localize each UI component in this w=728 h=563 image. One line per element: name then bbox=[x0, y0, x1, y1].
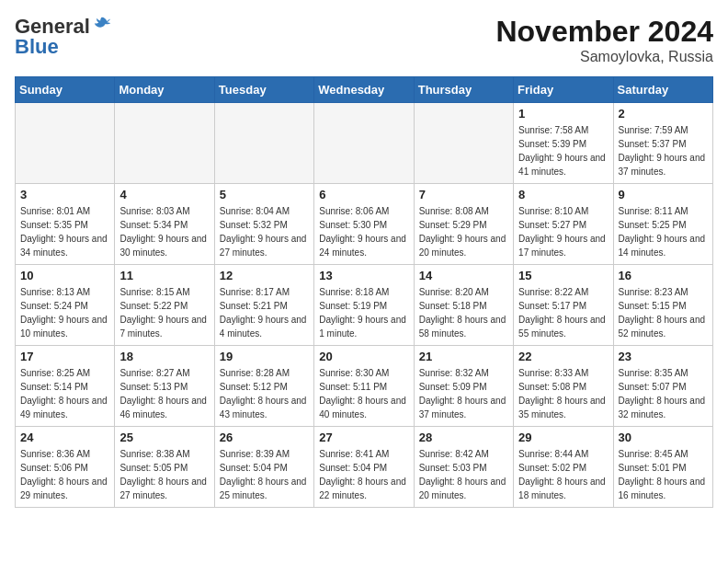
calendar-cell: 7Sunrise: 8:08 AMSunset: 5:29 PMDaylight… bbox=[414, 184, 513, 265]
calendar-cell: 1Sunrise: 7:58 AMSunset: 5:39 PMDaylight… bbox=[514, 103, 613, 184]
day-detail: Sunrise: 7:58 AMSunset: 5:39 PMDaylight:… bbox=[518, 123, 608, 178]
bird-icon bbox=[92, 15, 112, 35]
day-detail: Sunrise: 8:38 AMSunset: 5:05 PMDaylight:… bbox=[119, 447, 209, 502]
day-number: 28 bbox=[419, 431, 508, 444]
weekday-header: Monday bbox=[115, 77, 214, 103]
day-number: 15 bbox=[518, 269, 608, 282]
day-detail: Sunrise: 8:01 AMSunset: 5:35 PMDaylight:… bbox=[20, 204, 109, 259]
weekday-header: Saturday bbox=[613, 77, 712, 103]
calendar-cell bbox=[414, 103, 513, 184]
day-detail: Sunrise: 8:30 AMSunset: 5:11 PMDaylight:… bbox=[319, 366, 408, 421]
calendar-cell: 18Sunrise: 8:27 AMSunset: 5:13 PMDayligh… bbox=[115, 346, 214, 427]
day-detail: Sunrise: 8:25 AMSunset: 5:14 PMDaylight:… bbox=[20, 366, 109, 421]
calendar-cell: 14Sunrise: 8:20 AMSunset: 5:18 PMDayligh… bbox=[414, 265, 513, 346]
calendar-week-row: 17Sunrise: 8:25 AMSunset: 5:14 PMDayligh… bbox=[16, 346, 713, 427]
day-number: 17 bbox=[20, 350, 109, 363]
calendar-cell: 20Sunrise: 8:30 AMSunset: 5:11 PMDayligh… bbox=[314, 346, 414, 427]
calendar-cell: 2Sunrise: 7:59 AMSunset: 5:37 PMDaylight… bbox=[613, 103, 712, 184]
day-number: 14 bbox=[419, 269, 508, 282]
day-number: 5 bbox=[220, 188, 309, 201]
day-number: 21 bbox=[419, 350, 508, 363]
day-number: 6 bbox=[319, 188, 408, 201]
calendar-cell: 15Sunrise: 8:22 AMSunset: 5:17 PMDayligh… bbox=[514, 265, 613, 346]
calendar-cell: 17Sunrise: 8:25 AMSunset: 5:14 PMDayligh… bbox=[16, 346, 115, 427]
day-number: 7 bbox=[419, 188, 508, 201]
day-number: 20 bbox=[319, 350, 408, 363]
day-number: 12 bbox=[220, 269, 309, 282]
calendar-cell: 27Sunrise: 8:41 AMSunset: 5:04 PMDayligh… bbox=[314, 427, 414, 508]
calendar-cell: 23Sunrise: 8:35 AMSunset: 5:07 PMDayligh… bbox=[613, 346, 712, 427]
day-number: 11 bbox=[119, 269, 209, 282]
day-detail: Sunrise: 8:44 AMSunset: 5:02 PMDaylight:… bbox=[518, 447, 608, 502]
calendar-table: SundayMondayTuesdayWednesdayThursdayFrid… bbox=[15, 76, 713, 508]
day-number: 29 bbox=[518, 431, 608, 444]
calendar-cell: 19Sunrise: 8:28 AMSunset: 5:12 PMDayligh… bbox=[214, 346, 313, 427]
day-detail: Sunrise: 8:03 AMSunset: 5:34 PMDaylight:… bbox=[119, 204, 209, 259]
calendar-cell: 24Sunrise: 8:36 AMSunset: 5:06 PMDayligh… bbox=[16, 427, 115, 508]
day-number: 3 bbox=[20, 188, 109, 201]
day-detail: Sunrise: 8:20 AMSunset: 5:18 PMDaylight:… bbox=[419, 285, 508, 340]
calendar-cell bbox=[314, 103, 414, 184]
calendar-week-row: 3Sunrise: 8:01 AMSunset: 5:35 PMDaylight… bbox=[16, 184, 713, 265]
logo: General Blue bbox=[15, 15, 112, 59]
day-detail: Sunrise: 8:22 AMSunset: 5:17 PMDaylight:… bbox=[518, 285, 608, 340]
calendar-cell: 9Sunrise: 8:11 AMSunset: 5:25 PMDaylight… bbox=[613, 184, 712, 265]
calendar-cell: 21Sunrise: 8:32 AMSunset: 5:09 PMDayligh… bbox=[414, 346, 513, 427]
calendar-cell: 12Sunrise: 8:17 AMSunset: 5:21 PMDayligh… bbox=[214, 265, 313, 346]
calendar-cell: 13Sunrise: 8:18 AMSunset: 5:19 PMDayligh… bbox=[314, 265, 414, 346]
day-number: 26 bbox=[220, 431, 309, 444]
calendar-cell: 22Sunrise: 8:33 AMSunset: 5:08 PMDayligh… bbox=[514, 346, 613, 427]
calendar-cell: 5Sunrise: 8:04 AMSunset: 5:32 PMDaylight… bbox=[214, 184, 313, 265]
page-header: General Blue November 2024 Samoylovka, R… bbox=[15, 15, 713, 65]
day-number: 18 bbox=[119, 350, 209, 363]
day-detail: Sunrise: 8:17 AMSunset: 5:21 PMDaylight:… bbox=[220, 285, 309, 340]
day-detail: Sunrise: 8:32 AMSunset: 5:09 PMDaylight:… bbox=[419, 366, 508, 421]
day-number: 27 bbox=[319, 431, 408, 444]
day-detail: Sunrise: 8:42 AMSunset: 5:03 PMDaylight:… bbox=[419, 447, 508, 502]
day-number: 22 bbox=[518, 350, 608, 363]
day-detail: Sunrise: 8:04 AMSunset: 5:32 PMDaylight:… bbox=[220, 204, 309, 259]
weekday-header: Wednesday bbox=[314, 77, 414, 103]
day-number: 10 bbox=[20, 269, 109, 282]
day-number: 16 bbox=[619, 269, 708, 282]
day-detail: Sunrise: 8:33 AMSunset: 5:08 PMDaylight:… bbox=[518, 366, 608, 421]
day-detail: Sunrise: 8:36 AMSunset: 5:06 PMDaylight:… bbox=[20, 447, 109, 502]
weekday-header: Tuesday bbox=[214, 77, 313, 103]
day-number: 9 bbox=[619, 188, 708, 201]
day-detail: Sunrise: 8:23 AMSunset: 5:15 PMDaylight:… bbox=[619, 285, 708, 340]
day-number: 1 bbox=[518, 107, 608, 121]
location-title: Samoylovka, Russia bbox=[495, 49, 713, 65]
calendar-week-row: 24Sunrise: 8:36 AMSunset: 5:06 PMDayligh… bbox=[16, 427, 713, 508]
month-title: November 2024 bbox=[495, 15, 713, 49]
calendar-cell: 28Sunrise: 8:42 AMSunset: 5:03 PMDayligh… bbox=[414, 427, 513, 508]
calendar-week-row: 1Sunrise: 7:58 AMSunset: 5:39 PMDaylight… bbox=[16, 103, 713, 184]
calendar-cell: 6Sunrise: 8:06 AMSunset: 5:30 PMDaylight… bbox=[314, 184, 414, 265]
weekday-header-row: SundayMondayTuesdayWednesdayThursdayFrid… bbox=[16, 77, 713, 103]
day-detail: Sunrise: 8:08 AMSunset: 5:29 PMDaylight:… bbox=[419, 204, 508, 259]
day-number: 23 bbox=[619, 350, 708, 363]
calendar-cell: 16Sunrise: 8:23 AMSunset: 5:15 PMDayligh… bbox=[613, 265, 712, 346]
calendar-cell: 4Sunrise: 8:03 AMSunset: 5:34 PMDaylight… bbox=[115, 184, 214, 265]
day-detail: Sunrise: 8:28 AMSunset: 5:12 PMDaylight:… bbox=[220, 366, 309, 421]
day-detail: Sunrise: 8:45 AMSunset: 5:01 PMDaylight:… bbox=[619, 447, 708, 502]
day-detail: Sunrise: 8:10 AMSunset: 5:27 PMDaylight:… bbox=[518, 204, 608, 259]
calendar-cell bbox=[214, 103, 313, 184]
calendar-cell: 3Sunrise: 8:01 AMSunset: 5:35 PMDaylight… bbox=[16, 184, 115, 265]
calendar-cell bbox=[16, 103, 115, 184]
logo-blue-text: Blue bbox=[15, 35, 59, 59]
day-detail: Sunrise: 8:06 AMSunset: 5:30 PMDaylight:… bbox=[319, 204, 408, 259]
calendar-cell: 30Sunrise: 8:45 AMSunset: 5:01 PMDayligh… bbox=[613, 427, 712, 508]
day-detail: Sunrise: 7:59 AMSunset: 5:37 PMDaylight:… bbox=[619, 123, 708, 178]
weekday-header: Thursday bbox=[414, 77, 513, 103]
weekday-header: Friday bbox=[514, 77, 613, 103]
weekday-header: Sunday bbox=[16, 77, 115, 103]
day-detail: Sunrise: 8:35 AMSunset: 5:07 PMDaylight:… bbox=[619, 366, 708, 421]
calendar-cell: 25Sunrise: 8:38 AMSunset: 5:05 PMDayligh… bbox=[115, 427, 214, 508]
calendar-cell: 11Sunrise: 8:15 AMSunset: 5:22 PMDayligh… bbox=[115, 265, 214, 346]
calendar-cell: 29Sunrise: 8:44 AMSunset: 5:02 PMDayligh… bbox=[514, 427, 613, 508]
day-number: 4 bbox=[119, 188, 209, 201]
day-number: 19 bbox=[220, 350, 309, 363]
calendar-cell: 10Sunrise: 8:13 AMSunset: 5:24 PMDayligh… bbox=[16, 265, 115, 346]
day-detail: Sunrise: 8:18 AMSunset: 5:19 PMDaylight:… bbox=[319, 285, 408, 340]
day-number: 2 bbox=[619, 107, 708, 121]
